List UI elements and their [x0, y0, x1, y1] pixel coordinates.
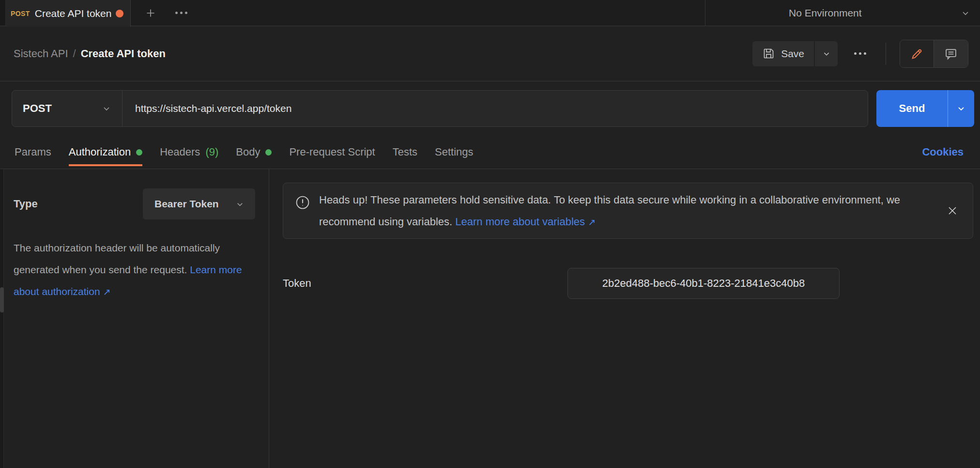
- send-options-button[interactable]: [948, 90, 974, 127]
- request-url-row: POST Send: [0, 81, 980, 136]
- save-button[interactable]: Save: [752, 41, 814, 66]
- send-button[interactable]: Send: [876, 90, 948, 127]
- auth-type-row: Type Bearer Token: [14, 188, 255, 219]
- tab-pre-request-script[interactable]: Pre-request Script: [289, 136, 375, 169]
- method-selected-value: POST: [23, 102, 52, 115]
- more-options-icon: [175, 12, 187, 14]
- tab-label: Settings: [435, 146, 474, 158]
- environment-selected-value: No Environment: [789, 7, 960, 19]
- banner-message: Heads up! These parameters hold sensitiv…: [319, 189, 934, 233]
- token-input-box: [567, 268, 840, 299]
- auth-type-selected-value: Bearer Token: [154, 198, 219, 210]
- tab-method-badge: POST: [11, 10, 30, 17]
- url-bar: POST: [12, 90, 868, 127]
- auth-description: The authorization header will be automat…: [14, 237, 244, 303]
- tab-tests[interactable]: Tests: [393, 136, 417, 169]
- right-sidebar-toggle-group: [900, 40, 968, 68]
- auth-type-panel: Type Bearer Token The authorization head…: [0, 169, 269, 468]
- external-link-arrow-icon: ↗: [103, 286, 110, 297]
- tab-params[interactable]: Params: [15, 136, 51, 169]
- external-link-arrow-icon: ↗: [588, 217, 596, 227]
- chevron-down-icon: [955, 103, 967, 114]
- tab-filled-dot: [265, 149, 272, 156]
- tab-body[interactable]: Body: [236, 136, 272, 169]
- chevron-down-icon: [821, 48, 832, 59]
- tab-filled-dot: [136, 149, 142, 156]
- header-actions: Save: [752, 40, 968, 68]
- auth-type-selector[interactable]: Bearer Token: [143, 188, 255, 219]
- save-button-label: Save: [781, 48, 804, 60]
- request-tab-active[interactable]: POST Create API token: [6, 0, 131, 27]
- tab-settings[interactable]: Settings: [435, 136, 474, 169]
- save-dropdown-button[interactable]: [815, 41, 838, 66]
- breadcrumb-collection[interactable]: Sistech API: [14, 47, 68, 60]
- tab-label: Authorization: [69, 146, 131, 158]
- plus-icon: [144, 7, 157, 19]
- tab-label: Headers: [160, 146, 200, 158]
- breadcrumb-request-name[interactable]: Create API token: [81, 47, 166, 60]
- sensitive-data-banner: Heads up! These parameters hold sensitiv…: [283, 183, 973, 239]
- warning-circle-icon: [295, 195, 310, 210]
- environment-selector[interactable]: No Environment: [705, 0, 980, 26]
- request-tabs: Params Authorization Headers (9) Body Pr…: [0, 136, 980, 169]
- tab-label: Tests: [393, 146, 417, 158]
- learn-more-variables-link[interactable]: Learn more about variables: [455, 216, 585, 228]
- chevron-down-icon: [101, 103, 112, 114]
- documentation-edit-button[interactable]: [900, 40, 934, 67]
- pencil-icon: [910, 47, 924, 61]
- token-row: Token: [283, 268, 973, 299]
- banner-close-button[interactable]: [943, 201, 962, 220]
- authorization-content: Type Bearer Token The authorization head…: [0, 169, 980, 468]
- breadcrumb: Sistech API / Create API token: [14, 47, 166, 60]
- left-scroll-track: [0, 169, 4, 468]
- cookies-link[interactable]: Cookies: [922, 146, 964, 158]
- more-options-icon: [854, 52, 866, 55]
- new-tab-button[interactable]: [142, 5, 159, 21]
- header-divider: [886, 43, 886, 65]
- tab-bar-left-edge: [0, 0, 6, 26]
- tab-title: Create API token: [35, 8, 112, 19]
- auth-description-text: The authorization header will be automat…: [14, 242, 220, 275]
- token-input[interactable]: [568, 277, 839, 290]
- headers-count: (9): [205, 146, 218, 158]
- tab-label: Params: [15, 146, 51, 158]
- auth-type-label: Type: [14, 198, 143, 210]
- unsaved-changes-dot: [116, 10, 123, 17]
- url-input[interactable]: [122, 103, 868, 114]
- tab-options-button[interactable]: [173, 10, 189, 16]
- chevron-down-icon: [960, 7, 971, 19]
- method-selector[interactable]: POST: [12, 91, 122, 126]
- token-field-label: Token: [283, 277, 567, 290]
- tab-bar: POST Create API token No Environment: [0, 0, 980, 26]
- tab-label: Body: [236, 146, 260, 158]
- tab-authorization[interactable]: Authorization: [69, 136, 142, 169]
- tab-actions: [131, 0, 189, 26]
- tab-headers[interactable]: Headers (9): [160, 136, 218, 169]
- tab-label: Pre-request Script: [289, 146, 375, 158]
- left-scroll-thumb[interactable]: [0, 287, 4, 312]
- chevron-down-icon: [234, 199, 245, 210]
- comments-button[interactable]: [934, 40, 968, 67]
- save-floppy-icon: [762, 47, 775, 60]
- breadcrumb-separator: /: [73, 47, 76, 60]
- request-header: Sistech API / Create API token Save: [0, 26, 980, 81]
- send-button-group: Send: [876, 90, 974, 127]
- banner-message-text: Heads up! These parameters hold sensitiv…: [319, 194, 900, 228]
- request-options-button[interactable]: [838, 52, 886, 55]
- auth-value-panel: Heads up! These parameters hold sensitiv…: [269, 169, 980, 468]
- close-icon: [946, 204, 959, 218]
- comment-icon: [944, 47, 958, 61]
